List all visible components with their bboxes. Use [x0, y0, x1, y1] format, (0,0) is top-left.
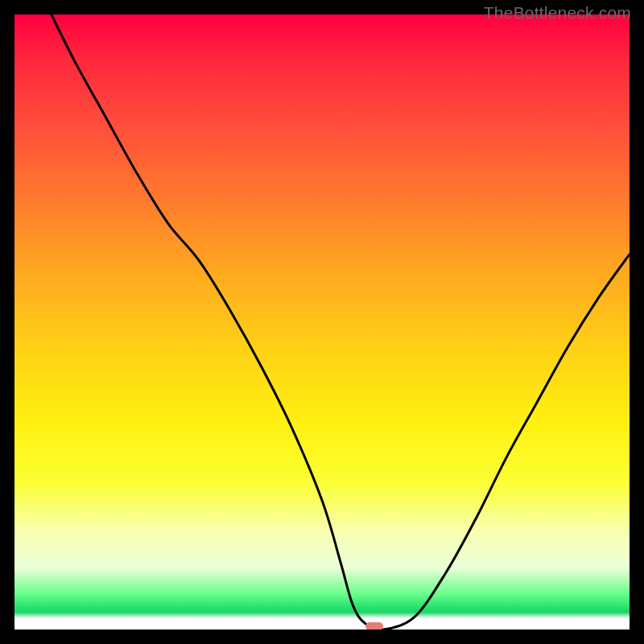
optimal-marker: [365, 622, 383, 630]
bottleneck-curve: [52, 14, 630, 630]
plot-area: [14, 14, 630, 630]
curve-svg: [14, 14, 630, 630]
watermark: TheBottleneck.com: [484, 3, 631, 23]
chart-frame: TheBottleneck.com: [0, 0, 644, 644]
